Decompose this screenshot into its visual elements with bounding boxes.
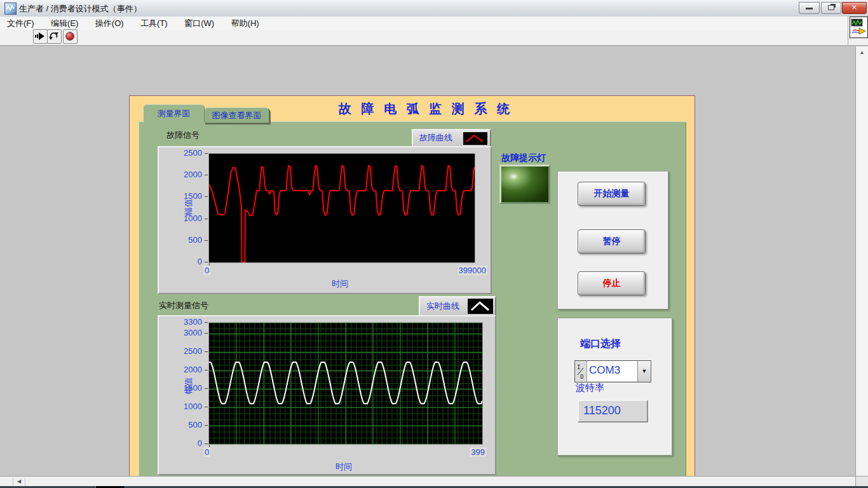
scroll-left-icon[interactable]: ◀ (13, 477, 25, 486)
realtime-chart-title: 实时测量信号 (159, 300, 208, 311)
realtime-x-axis-label: 时间 (336, 461, 352, 473)
menu-edit[interactable]: 编辑(E) (44, 17, 85, 30)
y-tick-mark (205, 425, 208, 426)
combo-dropdown-button[interactable]: ▼ (637, 361, 651, 382)
vertical-scrollbar[interactable]: ▲ (855, 46, 868, 476)
y-tick-label: 3000 (159, 328, 202, 337)
fault-x-axis-label: 时间 (332, 278, 348, 290)
labview-app-icon (4, 3, 17, 15)
y-tick-mark (205, 388, 208, 389)
abort-button[interactable] (63, 29, 78, 44)
menu-operate[interactable]: 操作(O) (88, 17, 131, 30)
y-tick-label: 0 (159, 438, 202, 448)
realtime-chart: 幅值 0 399 时间 0500100015002000250030003300 (158, 315, 496, 475)
stop-button[interactable]: 停止 (578, 271, 646, 295)
run-icon (34, 30, 46, 42)
restore-icon (828, 5, 834, 10)
restore-button[interactable] (821, 2, 841, 14)
y-tick-mark (205, 196, 208, 197)
fault-legend-label: 故障曲线 (419, 132, 452, 144)
menu-tools[interactable]: 工具(T) (133, 17, 175, 30)
scroll-up-icon[interactable]: ▲ (856, 48, 868, 58)
realtime-chart-legend[interactable]: 实时曲线 (419, 296, 496, 317)
menu-help[interactable]: 帮助(H) (224, 17, 266, 30)
y-tick-label: 2000 (159, 170, 202, 179)
y-tick-mark (205, 153, 208, 154)
control-button-panel: 开始测量 暂停 停止 (557, 171, 668, 309)
y-tick-mark (205, 444, 208, 444)
toolbar (0, 30, 868, 46)
y-tick-mark (205, 262, 208, 262)
realtime-x-end-label[interactable]: 399 (470, 447, 486, 457)
page-title: 故 障 电 弧 监 测 系 统 (337, 100, 515, 118)
y-tick-mark (205, 240, 208, 241)
labview-front-panel-window: 生产者 / 消费者设计模式（事件） ✕ 文件(F) 编辑(E) 操作(O) 工具… (0, 0, 868, 488)
realtime-legend-label: 实时曲线 (426, 301, 459, 312)
port-panel: 端口选择 I O COM3 ▼ 波特率 115200 (557, 318, 672, 456)
fault-indicator-led (499, 165, 550, 204)
toolbar-separator (848, 16, 848, 45)
y-tick-label: 2500 (159, 346, 202, 356)
y-tick-label: 1000 (159, 402, 202, 411)
y-tick-label: 2000 (159, 365, 202, 374)
scrollbar-corner (855, 476, 868, 487)
tab-measurement[interactable]: 测量界面 (143, 104, 205, 122)
fault-legend-line-icon[interactable] (463, 132, 487, 145)
titlebar: 生产者 / 消费者设计模式（事件） ✕ (0, 0, 868, 17)
front-panel: 故 障 电 弧 监 测 系 统 图像查看界面 测量界面 故障信号 故障曲线 幅值… (0, 46, 868, 476)
baud-label: 波特率 (576, 382, 604, 394)
y-tick-mark (205, 175, 208, 175)
fault-indicator-label: 故障提示灯 (501, 152, 546, 164)
visa-io-icon: I O (575, 361, 587, 382)
start-measure-button[interactable]: 开始测量 (578, 182, 646, 206)
y-tick-mark (205, 219, 208, 219)
tab-image-view[interactable]: 图像查看界面 (204, 107, 269, 123)
realtime-x-start-label[interactable]: 0 (203, 447, 210, 457)
y-tick-label: 1500 (159, 383, 202, 393)
window-title: 生产者 / 消费者设计模式（事件） (19, 3, 142, 15)
fault-x-end-label[interactable]: 399000 (458, 266, 487, 275)
run-button[interactable] (33, 29, 48, 44)
menubar: 文件(F) 编辑(E) 操作(O) 工具(T) 窗口(W) 帮助(H) (0, 17, 868, 30)
menu-window[interactable]: 窗口(W) (177, 17, 221, 30)
y-tick-mark (205, 370, 208, 370)
abort-icon (65, 32, 74, 41)
y-tick-mark (205, 407, 208, 407)
baud-value-display[interactable]: 115200 (578, 400, 648, 423)
y-tick-label: 0 (159, 257, 202, 266)
port-combo[interactable]: I O COM3 ▼ (574, 360, 651, 383)
run-continuous-button[interactable] (47, 29, 62, 44)
fault-x-start-label[interactable]: 0 (203, 266, 210, 275)
close-button[interactable]: ✕ (842, 2, 867, 14)
y-tick-label: 1000 (159, 214, 202, 223)
fault-plot-area (208, 153, 475, 263)
svg-text:I: I (577, 364, 580, 370)
y-tick-label: 1500 (159, 191, 202, 201)
realtime-plot-area (208, 322, 483, 445)
fault-chart-title: 故障信号 (166, 130, 200, 141)
y-tick-mark (205, 351, 208, 352)
fault-chart-legend[interactable]: 故障曲线 (412, 129, 491, 148)
y-tick-label: 500 (159, 420, 202, 430)
port-combo-value: COM3 (589, 364, 620, 377)
port-select-label: 端口选择 (580, 337, 621, 351)
minimize-icon (806, 8, 813, 10)
y-tick-label: 500 (159, 235, 202, 245)
y-tick-label: 3300 (159, 317, 202, 327)
y-tick-label: 2500 (159, 148, 202, 158)
pause-button[interactable]: 暂停 (578, 229, 646, 254)
vi-icon (850, 17, 868, 38)
horizontal-scrollbar[interactable]: ◀ (0, 476, 855, 487)
fault-chart: 幅值 0 399000 时间 05001000150020002500 (158, 146, 492, 294)
realtime-legend-line-icon[interactable] (468, 299, 493, 314)
run-continuous-icon (48, 30, 60, 42)
y-tick-mark (205, 322, 208, 323)
menu-file[interactable]: 文件(F) (0, 17, 41, 30)
minimize-button[interactable] (799, 2, 820, 14)
svg-text:O: O (580, 374, 583, 380)
y-tick-mark (205, 333, 208, 334)
